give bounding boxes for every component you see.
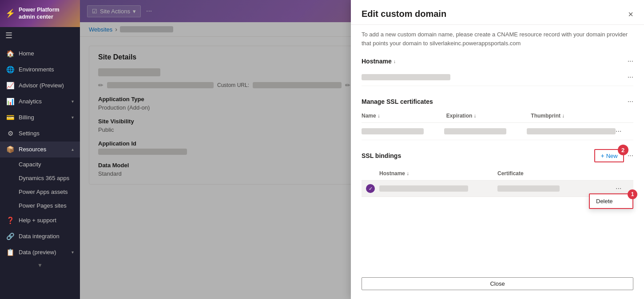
hostname-value <box>362 74 628 80</box>
panel-body: Hostname ↓ ··· ··· Manage SSL certificat… <box>351 53 644 272</box>
bindings-title: SSL bindings <box>362 152 401 159</box>
bindings-data-row: ✓ ··· 1 Delete <box>362 181 633 197</box>
resources-chevron: ▴ <box>72 147 74 152</box>
delete-option[interactable]: Delete <box>590 194 632 208</box>
ssl-thumbprint-col: Thumbprint ↓ <box>531 113 616 119</box>
bindings-hostname-col: Hostname ↓ <box>379 170 497 177</box>
sidebar-item-capacity[interactable]: Capacity <box>0 157 80 171</box>
sidebar-item-resources[interactable]: 📦 Resources ▴ <box>0 142 80 157</box>
hostname-sort-icon: ↓ <box>394 59 396 64</box>
panel-title: Edit custom domain <box>362 9 446 19</box>
resources-icon: 📦 <box>6 146 14 153</box>
hostname-row-more-button[interactable]: ··· <box>628 73 633 81</box>
delete-dropdown: 1 Delete <box>589 193 633 209</box>
billing-chevron: ▾ <box>72 115 74 120</box>
analytics-icon: 📊 <box>6 98 14 106</box>
home-icon: 🏠 <box>6 50 14 58</box>
app-header: ⚡ Power Platform admin center <box>0 0 80 27</box>
bindings-actions: + New 2 ··· <box>594 149 633 162</box>
app-title: Power Platform admin center <box>19 6 75 21</box>
data-preview-chevron: ▾ <box>72 250 74 255</box>
sidebar-item-analytics[interactable]: 📊 Analytics ▾ <box>0 94 80 110</box>
ssl-bindings-section: SSL bindings + New 2 ··· Hostname ↓ <box>362 149 633 197</box>
sidebar-item-billing[interactable]: 💳 Billing ▾ <box>0 110 80 126</box>
panel-close-bottom-button[interactable]: Close <box>362 277 633 290</box>
ssl-expiration-col: Expiration ↓ <box>446 113 531 119</box>
panel-description: To add a new custom domain name, please … <box>351 25 644 53</box>
ssl-section-header: Manage SSL certificates ··· <box>362 93 633 109</box>
row-check-icon: ✓ <box>366 184 375 193</box>
ssl-section: Manage SSL certificates ··· Name ↓ Expir… <box>362 93 633 140</box>
sidebar-item-advisor[interactable]: 📈 Advisor (Preview) <box>0 78 80 94</box>
bindings-header-row: SSL bindings + New 2 ··· <box>362 149 633 162</box>
ssl-table-row: ··· <box>362 123 633 140</box>
bindings-table-header: Hostname ↓ Certificate <box>362 167 633 181</box>
ssl-name-value <box>362 128 444 134</box>
scroll-indicator: ▼ <box>0 260 80 270</box>
sidebar-item-home[interactable]: 🏠 Home <box>0 46 80 62</box>
new-binding-button[interactable]: + New 2 <box>594 149 624 162</box>
analytics-chevron: ▾ <box>72 99 74 104</box>
help-icon: ❓ <box>6 216 14 224</box>
new-badge: 2 <box>618 145 628 155</box>
advisor-icon: 📈 <box>6 82 14 90</box>
sidebar-item-help[interactable]: ❓ Help + support <box>0 212 80 228</box>
sidebar-item-dynamics365[interactable]: Dynamics 365 apps <box>0 171 80 185</box>
hostname-section-header: Hostname ↓ ··· <box>362 53 633 69</box>
sidebar-item-powerapps[interactable]: Power Apps assets <box>0 185 80 199</box>
hostname-more-button[interactable]: ··· <box>628 57 633 65</box>
billing-icon: 💳 <box>6 114 14 122</box>
ssl-expiration-value <box>444 128 527 134</box>
panel-header: Edit custom domain × <box>351 0 644 25</box>
data-integration-icon: 🔗 <box>6 232 14 240</box>
ssl-thumbprint-value <box>527 128 616 134</box>
hostname-blurred <box>362 74 450 80</box>
app-icon: ⚡ <box>5 8 15 18</box>
bindings-hostname-sort-icon: ↓ <box>406 170 409 177</box>
ssl-expiration-sort-icon: ↓ <box>473 113 476 119</box>
sidebar-item-data-preview[interactable]: 📋 Data (preview) ▾ <box>0 244 80 260</box>
ssl-thumbprint-sort-icon: ↓ <box>562 113 564 119</box>
sidebar-item-powerpages[interactable]: Power Pages sites <box>0 199 80 212</box>
edit-panel: Edit custom domain × To add a new custom… <box>351 0 644 299</box>
sidebar: ⚡ Power Platform admin center ☰ 🏠 Home 🌐… <box>0 0 80 299</box>
sidebar-item-environments[interactable]: 🌐 Environments <box>0 62 80 78</box>
binding-certificate-value <box>497 185 616 192</box>
settings-icon: ⚙ <box>6 130 14 138</box>
bindings-certificate-col: Certificate <box>497 170 616 177</box>
hostname-row: ··· <box>362 69 633 86</box>
binding-row-more-button[interactable]: ··· <box>616 185 621 192</box>
ssl-name-col: Name ↓ <box>362 113 446 119</box>
ssl-table-header: Name ↓ Expiration ↓ Thumbprint ↓ <box>362 109 633 123</box>
environments-icon: 🌐 <box>6 66 14 74</box>
hamburger-button[interactable]: ☰ <box>0 27 80 44</box>
ssl-title: Manage SSL certificates <box>362 98 433 105</box>
ssl-more-button[interactable]: ··· <box>628 98 633 106</box>
sidebar-item-data-integration[interactable]: 🔗 Data integration <box>0 228 80 244</box>
ssl-name-sort-icon: ↓ <box>378 113 380 119</box>
new-button-label: New <box>606 153 618 159</box>
sidebar-item-settings[interactable]: ⚙ Settings <box>0 126 80 142</box>
row-badge: 1 <box>628 189 637 199</box>
hostname-title: Hostname ↓ <box>362 58 396 65</box>
ssl-row-more-button[interactable]: ··· <box>616 127 621 135</box>
binding-hostname-value <box>379 185 497 192</box>
new-plus-icon: + <box>600 152 604 159</box>
sidebar-nav: 🏠 Home 🌐 Environments 📈 Advisor (Preview… <box>0 44 80 299</box>
panel-close-button[interactable]: × <box>628 10 633 19</box>
data-preview-icon: 📋 <box>6 248 14 256</box>
bindings-more-button[interactable]: ··· <box>628 152 633 160</box>
